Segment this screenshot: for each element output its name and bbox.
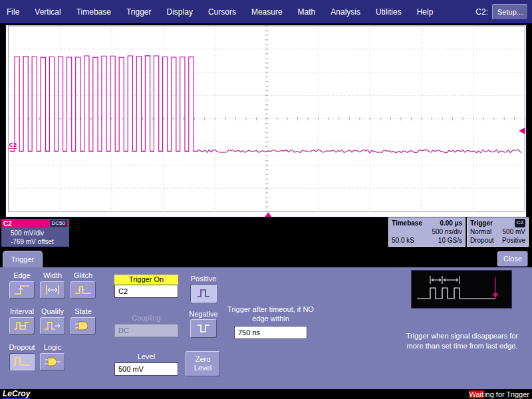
trigger-type-edge[interactable]: Edge [7, 271, 37, 299]
coupling-label: Coupling [114, 314, 178, 322]
trigger-type-dropout[interactable]: Dropout [7, 343, 37, 370]
width-trigger-icon [43, 283, 63, 297]
trigger-type-glitch-label: Glitch [74, 271, 92, 280]
timeout-description: Trigger after timeout, if NO edge within [226, 305, 315, 323]
menu-vertical[interactable]: Vertical [35, 7, 61, 17]
trigger-type: Dropout [470, 236, 494, 245]
svg-text:C2: C2 [9, 142, 17, 148]
trigger-panel[interactable]: Trigger C2 Normal 500 mV Dropout Positiv… [467, 217, 529, 247]
menu-timebase[interactable]: Timebase [76, 7, 111, 17]
glitch-trigger-icon-button [70, 281, 96, 299]
negative-slope-button[interactable] [190, 319, 217, 338]
timebase-per-div: 500 ns/div [432, 227, 462, 236]
level-label: Level [114, 352, 178, 360]
trigger-description-text: Trigger when signal disappears for more … [400, 331, 524, 351]
level-input[interactable]: 500 mV [114, 362, 178, 376]
trigger-title: Trigger [470, 219, 493, 227]
channel-descriptor-c2[interactable]: C2 DC50 500 mV/div -769 mV offset [1, 219, 69, 247]
positive-slope-button[interactable] [190, 284, 217, 303]
trigger-status-message: Waiting for Trigger [469, 390, 529, 398]
timebase-header-row: Timebase 0.00 µs [392, 219, 462, 227]
trigger-type-row: Dropout Positive [470, 236, 525, 245]
oscilloscope-screen: File Vertical Timebase Trigger Display C… [0, 0, 532, 399]
timebase-rate: 10 GS/s [438, 236, 462, 245]
trigger-type-logic[interactable]: Logic [37, 343, 68, 370]
trigger-header-row: Trigger C2 [470, 219, 525, 227]
state-trigger-icon-button [70, 317, 96, 334]
channel-descriptor-body: 500 mV/div -769 mV offset [1, 228, 69, 247]
menu-cursors[interactable]: Cursors [208, 7, 236, 17]
logic-trigger-icon [43, 355, 63, 368]
timebase-title: Timebase [392, 219, 422, 227]
tab-trigger[interactable]: Trigger [3, 251, 43, 267]
close-button[interactable]: Close [497, 251, 528, 267]
trigger-status-highlight: Wait [469, 390, 485, 398]
channel-scale: 500 mV/div [11, 229, 69, 237]
menu-analysis[interactable]: Analysis [331, 7, 360, 17]
trigger-slope: Positive [502, 236, 525, 245]
glitch-trigger-icon [73, 283, 93, 297]
trigger-source-chip: C2 [515, 219, 525, 227]
trigger-type-dropout-label: Dropout [9, 343, 35, 352]
menu-utilities[interactable]: Utilities [376, 7, 402, 17]
trigger-level: 500 mV [503, 227, 525, 236]
coupling-badge: DC50 [50, 220, 67, 227]
menu-file[interactable]: File [7, 7, 19, 17]
trigger-type-state-label: State [74, 307, 92, 316]
menu-help[interactable]: Help [417, 7, 434, 17]
dropout-trigger-icon-button [9, 353, 35, 370]
logic-trigger-icon-button [40, 353, 65, 370]
setup-button[interactable]: Setup... [492, 4, 528, 20]
menu-right-group: C2: Setup... [475, 4, 528, 20]
menu-trigger[interactable]: Trigger [126, 7, 152, 17]
width-trigger-icon-button [40, 281, 65, 299]
trigger-type-logic-label: Logic [44, 343, 61, 352]
trigger-type-edge-label: Edge [13, 271, 31, 280]
menu-display[interactable]: Display [167, 7, 193, 17]
status-bar: LeCroy Waiting for Trigger [0, 389, 532, 399]
trigger-on-label: Trigger On [114, 275, 178, 285]
trigger-type-qualify[interactable]: Qualify [37, 307, 68, 334]
interval-trigger-icon [12, 319, 32, 332]
trigger-type-grid: Edge Width Glitch [7, 271, 98, 370]
trigger-status-rest: ing for Trigger [484, 390, 529, 398]
channel-descriptor-header: C2 DC50 [1, 219, 69, 228]
timebase-panel[interactable]: Timebase 0.00 µs 500 ns/div 50.0 kS 10 G… [388, 217, 466, 247]
trigger-type-width[interactable]: Width [37, 271, 68, 299]
trigger-type-interval-label: Interval [10, 307, 34, 316]
channel-name: C2 [3, 220, 12, 227]
timebase-sample-row: 50.0 kS 10 GS/s [392, 236, 462, 245]
trigger-mode: Normal [470, 227, 491, 236]
trigger-source-select[interactable]: C2 [114, 285, 178, 298]
trigger-type-glitch[interactable]: Glitch [68, 271, 98, 299]
waveform-grid: C2 [6, 25, 527, 217]
trigger-mode-row: Normal 500 mV [470, 227, 525, 236]
negative-label: Negative [186, 310, 221, 318]
timebase-value: 0.00 µs [440, 219, 462, 227]
trigger-type-interval[interactable]: Interval [7, 307, 37, 334]
edge-trigger-icon [12, 283, 32, 297]
zero-level-button[interactable]: Zero Level [186, 351, 220, 376]
timeout-input[interactable]: 750 ns [234, 326, 307, 339]
positive-slope-icon [196, 287, 211, 299]
menu-bar: File Vertical Timebase Trigger Display C… [0, 0, 532, 23]
active-channel-label: C2: [475, 7, 488, 17]
positive-label: Positive [186, 275, 221, 283]
qualify-trigger-icon [43, 319, 63, 332]
dropout-diagram [411, 270, 512, 309]
coupling-select: DC [114, 324, 178, 337]
dropout-diagram-drawing [412, 271, 511, 308]
trigger-type-state[interactable]: State [68, 307, 98, 334]
edge-trigger-icon-button [9, 281, 35, 299]
qualify-trigger-icon-button [40, 317, 65, 334]
dropout-trigger-icon [12, 355, 32, 368]
trigger-type-qualify-label: Qualify [41, 307, 64, 316]
lecroy-logo: LeCroy [3, 390, 30, 399]
menu-measure[interactable]: Measure [251, 7, 283, 17]
trigger-type-width-label: Width [43, 271, 62, 280]
menu-math[interactable]: Math [298, 7, 316, 17]
interval-trigger-icon-button [9, 317, 35, 334]
timebase-perdiv-row: 500 ns/div [392, 227, 462, 236]
channel-offset: -769 mV offset [11, 237, 69, 246]
state-trigger-icon [73, 319, 93, 332]
